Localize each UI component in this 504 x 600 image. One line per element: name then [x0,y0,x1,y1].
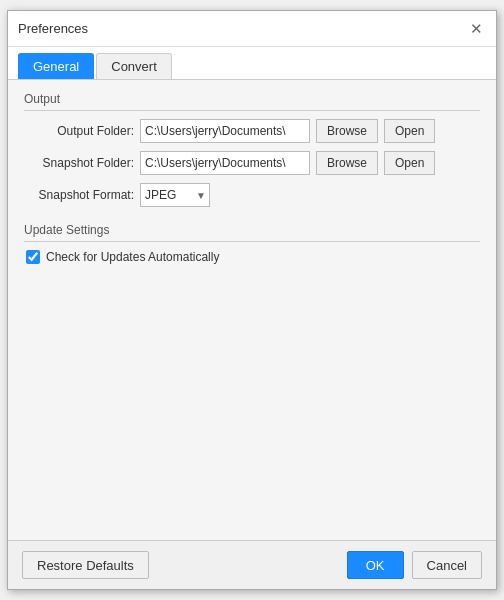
output-folder-input[interactable] [140,119,310,143]
output-folder-row: Output Folder: Browse Open [24,119,480,143]
restore-defaults-button[interactable]: Restore Defaults [22,551,149,579]
output-folder-label: Output Folder: [24,124,134,138]
update-settings-section: Update Settings Check for Updates Automa… [24,223,480,264]
tab-convert[interactable]: Convert [96,53,172,79]
output-section-title: Output [24,92,480,111]
content-area: Output Output Folder: Browse Open Snapsh… [8,80,496,540]
update-settings-title: Update Settings [24,223,480,242]
title-bar: Preferences ✕ [8,11,496,47]
dialog-title: Preferences [18,21,88,36]
snapshot-folder-open-button[interactable]: Open [384,151,435,175]
ok-button[interactable]: OK [347,551,404,579]
output-folder-open-button[interactable]: Open [384,119,435,143]
cancel-button[interactable]: Cancel [412,551,482,579]
snapshot-format-row: Snapshot Format: JPEG PNG BMP TIFF ▼ [24,183,480,207]
check-updates-row: Check for Updates Automatically [26,250,480,264]
footer: Restore Defaults OK Cancel [8,540,496,589]
output-folder-browse-button[interactable]: Browse [316,119,378,143]
snapshot-folder-input[interactable] [140,151,310,175]
snapshot-folder-label: Snapshot Folder: [24,156,134,170]
footer-right-buttons: OK Cancel [347,551,482,579]
preferences-dialog: Preferences ✕ General Convert Output Out… [7,10,497,590]
snapshot-folder-browse-button[interactable]: Browse [316,151,378,175]
output-section: Output Output Folder: Browse Open Snapsh… [24,92,480,207]
snapshot-folder-row: Snapshot Folder: Browse Open [24,151,480,175]
snapshot-format-label: Snapshot Format: [24,188,134,202]
snapshot-format-wrapper: JPEG PNG BMP TIFF ▼ [140,183,210,207]
check-updates-checkbox[interactable] [26,250,40,264]
check-updates-label: Check for Updates Automatically [46,250,219,264]
tab-general[interactable]: General [18,53,94,79]
tabs-container: General Convert [8,47,496,80]
snapshot-format-select[interactable]: JPEG PNG BMP TIFF [140,183,210,207]
close-button[interactable]: ✕ [466,19,486,39]
